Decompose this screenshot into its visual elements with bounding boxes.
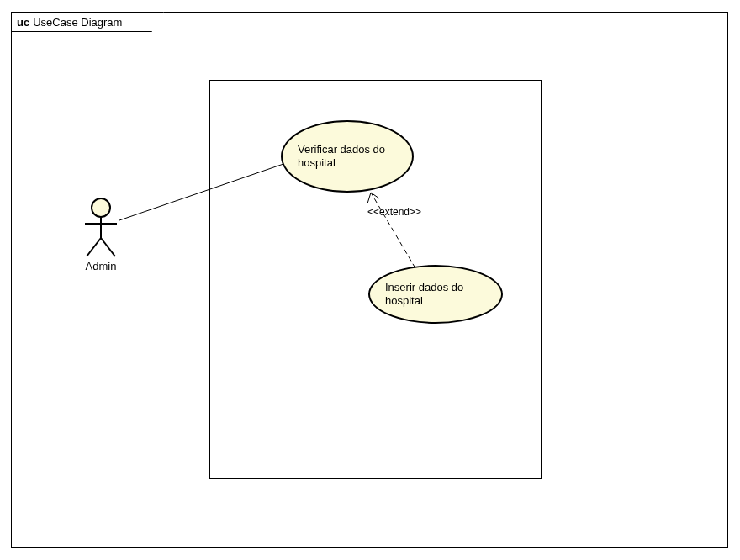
usecase-label: Inserir dados do hospital [385,281,486,307]
extend-stereotype-label: <<extend>> [367,206,421,218]
diagram-frame: uc UseCase Diagram Admin Verificar dados… [11,12,728,548]
actor-icon [82,198,120,258]
svg-line-6 [101,238,115,256]
actor-label: Admin [82,260,120,272]
actor-admin: Admin [82,198,120,272]
svg-line-5 [87,238,101,256]
diagram-title-tab: uc UseCase Diagram [11,12,164,32]
usecase-label: Verificar dados do hospital [298,143,397,169]
diagram-title: UseCase Diagram [33,16,122,29]
svg-point-2 [92,198,110,217]
usecase-insert-hospital-data: Inserir dados do hospital [368,265,503,324]
usecase-verify-hospital-data: Verificar dados do hospital [281,120,414,193]
diagram-type-prefix: uc [17,16,29,29]
